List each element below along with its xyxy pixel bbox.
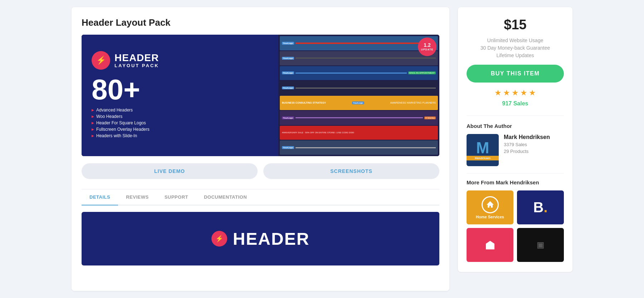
- hero-main-word: HEADER: [114, 53, 159, 63]
- tab-reviews[interactable]: REVIEWS: [118, 189, 156, 205]
- b-dot: .: [543, 199, 547, 215]
- demo-buttons: LIVE DEMO SCREENSHOTS: [82, 163, 439, 179]
- author-section-title: About The Author: [467, 123, 564, 129]
- screenshot-row-1: YourLogo: [280, 36, 438, 50]
- more-products-grid: Home Services B .: [467, 190, 564, 262]
- logo-small: YourLogo: [282, 42, 294, 45]
- nav-line: [296, 117, 423, 118]
- icon-nav: BUSINESS CONSULTING STRATEGY: [282, 101, 326, 104]
- more-from-title: More From Mark Hendriksen: [467, 179, 564, 185]
- hero-title-text: HEADER LAYOUT PACK: [114, 53, 159, 68]
- price-feature-item: Lifetime Updates: [467, 53, 564, 58]
- cta-small: MAKE AN APPOINTMENT: [408, 71, 436, 74]
- price-features: Unlimited Website Usage 30 Day Money-bac…: [467, 38, 564, 58]
- hero-left: ⚡ HEADER LAYOUT PACK 80+ Advanced Header…: [82, 35, 278, 156]
- dark-icon: ▣: [537, 240, 544, 250]
- live-demo-button[interactable]: LIVE DEMO: [82, 163, 258, 179]
- price-feature-item: Unlimited Website Usage: [467, 38, 564, 43]
- author-avatar-name: Hendriksen: [467, 156, 499, 160]
- more-from-section: More From Mark Hendriksen Home Services: [467, 173, 564, 262]
- page-wrapper: Header Layout Pack ⚡ HEADER LAYOUT PACK …: [72, 7, 572, 291]
- star-5: ★: [529, 88, 536, 98]
- logo-small: YourLogo: [352, 101, 364, 104]
- thumb-dark-product[interactable]: ▣: [517, 228, 564, 262]
- screenshot-row-5: BUSINESS CONSULTING STRATEGY YourLogo AW…: [280, 96, 438, 110]
- version-label: UPDATE: [421, 48, 433, 51]
- author-name: Mark Hendriksen: [504, 134, 550, 140]
- screenshot-row-2: YourLogo: [280, 51, 438, 65]
- author-products: 29 Products: [504, 149, 550, 154]
- preview-title: HEADER: [233, 229, 310, 249]
- b-letter: B: [533, 199, 543, 215]
- home-services-label: Home Services: [476, 215, 504, 219]
- version-badge: 1.2 UPDATE: [418, 38, 436, 56]
- nav-line: [296, 73, 407, 74]
- preview-logo-icon: ⚡: [211, 231, 227, 247]
- star-1: ★: [494, 88, 502, 98]
- author-avatar-letter: M: [476, 140, 489, 156]
- tab-support[interactable]: SUPPORT: [157, 189, 196, 205]
- thumb-b-product[interactable]: B .: [517, 190, 564, 224]
- icon-nav-right: AWARENESS MARKETING PLANNERS: [390, 101, 436, 104]
- announcement-bar: ANNIVERSARY SALE · 50% OFF ON ENTIRE STO…: [282, 131, 354, 134]
- wishlist: ♥ Wishlist: [424, 116, 436, 119]
- product-title: Header Layout Pack: [82, 17, 439, 28]
- logo-small: YourLogo: [282, 146, 294, 149]
- author-section: About The Author M Hendriksen Mark Hendr…: [467, 115, 564, 166]
- nav-line: [296, 147, 436, 148]
- hero-sub-word: LAYOUT PACK: [114, 63, 159, 68]
- hero-logo-icon: ⚡: [92, 51, 110, 70]
- home-icon-svg: [486, 200, 494, 209]
- tab-details[interactable]: DETAILS: [82, 189, 118, 205]
- thumb-pink-product[interactable]: [467, 228, 513, 262]
- star-3: ★: [512, 88, 519, 98]
- screenshot-row-7: ANNIVERSARY SALE · 50% OFF ON ENTIRE STO…: [280, 126, 438, 140]
- main-content: Header Layout Pack ⚡ HEADER LAYOUT PACK …: [72, 7, 449, 291]
- logo-small: YourLogo: [282, 116, 294, 119]
- author-sales: 3379 Sales: [504, 142, 550, 147]
- screenshot-row-8: YourLogo: [280, 140, 438, 155]
- author-info: M Hendriksen Mark Hendriksen 3379 Sales …: [467, 134, 564, 166]
- hero-right-screenshots: 1.2 UPDATE YourLogo YourLogo YourLogo MA…: [278, 35, 439, 156]
- logo-small: YourLogo: [282, 86, 294, 89]
- product-preview-bottom: ⚡ HEADER: [82, 212, 439, 265]
- feature-item: Header For Square Logos: [92, 120, 268, 125]
- hero-features-list: Advanced Headers Woo Headers Header For …: [92, 108, 268, 140]
- tab-documentation[interactable]: DOCUMENTATION: [196, 189, 255, 205]
- nav-line: [296, 88, 436, 89]
- sidebar-card: $15 Unlimited Website Usage 30 Day Money…: [458, 7, 572, 272]
- feature-item: Woo Headers: [92, 114, 268, 119]
- screenshot-row-3: YourLogo MAKE AN APPOINTMENT: [280, 66, 438, 80]
- price-feature-item: 30 Day Money-back Guarantee: [467, 45, 564, 51]
- screenshot-row-6: YourLogo ♥ Wishlist: [280, 111, 438, 125]
- star-4: ★: [520, 88, 527, 98]
- home-icon-circle: [482, 196, 499, 213]
- sidebar: $15 Unlimited Website Usage 30 Day Money…: [458, 7, 572, 291]
- stars-row: ★ ★ ★ ★ ★: [467, 88, 564, 98]
- hero-image: ⚡ HEADER LAYOUT PACK 80+ Advanced Header…: [82, 35, 439, 156]
- version-number: 1.2: [424, 43, 430, 48]
- pink-icon: [484, 239, 496, 251]
- sales-count: 917 Sales: [467, 100, 564, 107]
- price-display: $15: [467, 17, 564, 33]
- hero-count: 80+: [92, 75, 268, 104]
- feature-item: Fullscreen Overlay Headers: [92, 127, 268, 132]
- author-details: Mark Hendriksen 3379 Sales 29 Products: [504, 134, 550, 154]
- thumb-home-services[interactable]: Home Services: [467, 190, 513, 224]
- hero-logo-area: ⚡ HEADER LAYOUT PACK: [92, 51, 268, 70]
- logo-small: YourLogo: [282, 71, 294, 74]
- logo-small: YourLogo: [282, 57, 294, 60]
- tabs-section: DETAILS REVIEWS SUPPORT DOCUMENTATION: [82, 189, 439, 205]
- feature-item: Headers with Slide-In: [92, 133, 268, 138]
- screenshots-button[interactable]: SCREENSHOTS: [263, 163, 439, 179]
- feature-item: Advanced Headers: [92, 108, 268, 113]
- nav-bar-preview: [296, 43, 436, 44]
- star-2: ★: [503, 88, 510, 98]
- author-avatar[interactable]: M Hendriksen: [467, 134, 499, 166]
- nav-line: [296, 58, 436, 59]
- screenshot-row-4: YourLogo: [280, 81, 438, 95]
- buy-button[interactable]: BUY THIS ITEM: [467, 65, 564, 83]
- tabs-bar: DETAILS REVIEWS SUPPORT DOCUMENTATION: [82, 189, 439, 205]
